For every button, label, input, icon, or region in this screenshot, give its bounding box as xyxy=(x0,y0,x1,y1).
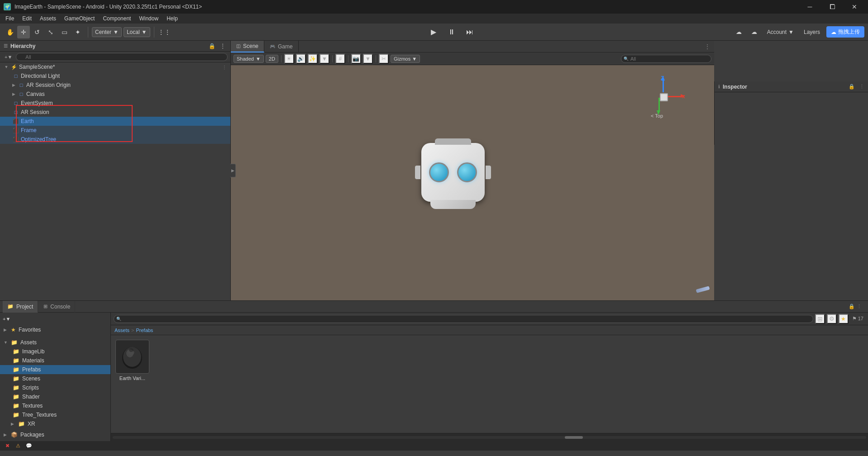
minimize-button[interactable]: ─ xyxy=(800,0,820,14)
tab-project[interactable]: 📁 Project xyxy=(3,301,38,313)
project-add-button[interactable]: +▼ xyxy=(0,314,110,323)
services-button[interactable]: ☁ xyxy=(748,26,761,38)
center-dropdown[interactable]: Center ▼ xyxy=(92,27,122,37)
project-sidebar-prefabs[interactable]: 📁 Prefabs xyxy=(0,365,110,374)
project-filter-button[interactable]: ⚙ xyxy=(827,314,837,324)
project-sidebar-tree-textures[interactable]: 📁 Tree_Textures xyxy=(0,410,110,419)
project-sidebar-xr[interactable]: ▶ 📁 XR xyxy=(0,419,110,428)
tab-console[interactable]: ⊞ Console xyxy=(39,301,75,313)
inspector-menu-button[interactable]: ⋮ xyxy=(859,84,864,90)
scene-panel-menu-button[interactable]: ⋮ xyxy=(702,42,712,52)
rect-tool-button[interactable]: ▭ xyxy=(58,26,71,38)
maximize-button[interactable]: ⧠ xyxy=(822,0,842,14)
menu-component[interactable]: Component xyxy=(99,14,134,23)
menu-assets[interactable]: Assets xyxy=(36,14,60,23)
project-assets-root[interactable]: ▼ 📁 Assets xyxy=(0,338,110,347)
rotate-tool-button[interactable]: ↺ xyxy=(31,26,43,38)
project-sidebar-scenes[interactable]: 📁 Scenes xyxy=(0,374,110,383)
scene-lighting-button[interactable]: ☀ xyxy=(284,54,294,64)
hierarchy-lock-button[interactable]: 🔒 xyxy=(208,42,216,50)
pause-button[interactable]: ⏸ xyxy=(444,26,459,38)
hierarchy-item-samplescene[interactable]: ▼ ⚡ SampleScene* ⋮ xyxy=(0,62,230,71)
breadcrumb-prefabs[interactable]: Prefabs xyxy=(136,328,153,333)
project-tab-icon: 📁 xyxy=(7,304,14,309)
project-search-input[interactable] xyxy=(114,315,813,323)
prefab-icon-earth: ⬛ xyxy=(13,118,19,124)
step-button[interactable]: ⏭ xyxy=(463,26,477,38)
breadcrumb-assets[interactable]: Assets xyxy=(114,328,129,333)
project-sidebar-scripts[interactable]: 📁 Scripts xyxy=(0,383,110,392)
hierarchy-item-eventsystem[interactable]: □ EventSystem xyxy=(0,99,230,108)
hierarchy-item-earth[interactable]: ⬛ Earth xyxy=(0,117,230,126)
scale-tool-button[interactable]: ⤡ xyxy=(44,26,57,38)
shading-dropdown[interactable]: Shaded ▼ xyxy=(234,55,264,63)
grid-tool-button[interactable]: ⋮⋮ xyxy=(158,26,171,38)
project-toolbar: 🔍 ⊞ ⚙ ★ ⚑ 17 xyxy=(111,313,868,325)
project-favorites[interactable]: ▶ ★ Favorites xyxy=(0,325,110,334)
scrollbar-thumb[interactable] xyxy=(565,436,583,439)
scene-search-input[interactable] xyxy=(621,55,711,63)
hierarchy-collapse-button[interactable]: ▶ xyxy=(230,164,236,177)
close-button[interactable]: ✕ xyxy=(844,0,864,14)
scene-options-icon[interactable]: ⋮ xyxy=(222,65,227,70)
hierarchy-item-frame[interactable]: ⬛ Frame xyxy=(0,126,230,135)
hierarchy-add-button[interactable]: +▼ xyxy=(3,53,14,61)
menu-edit[interactable]: Edit xyxy=(19,14,35,23)
hierarchy-item-optimizedtree[interactable]: ⬛ OptimizedTree xyxy=(0,135,230,144)
project-sidebar-shader[interactable]: 📁 Shader xyxy=(0,392,110,401)
upload-button[interactable]: ☁ 拖拽上传 xyxy=(826,26,864,38)
project-breadcrumb: Assets > Prefabs xyxy=(111,325,868,335)
scene-audio-button[interactable]: 🔊 xyxy=(296,54,306,64)
scene-cam-dropdown-button[interactable]: ▼ xyxy=(363,54,373,64)
scrollbar-track[interactable] xyxy=(113,436,866,439)
scene-snap-button[interactable]: ✂ xyxy=(379,54,389,64)
tab-scene[interactable]: ◫ Scene xyxy=(231,41,264,52)
play-button[interactable]: ▶ xyxy=(426,26,441,38)
hand-tool-button[interactable]: ✋ xyxy=(4,26,16,38)
project-layout-button[interactable]: ⊞ xyxy=(815,314,825,324)
transform-tool-button[interactable]: ✦ xyxy=(72,26,84,38)
view-mode-dropdown[interactable]: 2D xyxy=(266,55,278,63)
menu-window[interactable]: Window xyxy=(135,14,162,23)
hierarchy-item-ar-session[interactable]: □ AR Session xyxy=(0,108,230,117)
menu-file[interactable]: File xyxy=(2,14,18,23)
hierarchy-item-canvas[interactable]: ▶ □ Canvas xyxy=(0,90,230,99)
hierarchy-label-frame: Frame xyxy=(21,127,37,133)
project-sidebar-packages[interactable]: ▶ 📦 Packages xyxy=(0,430,110,439)
project-sidebar-materials[interactable]: 📁 Materials xyxy=(0,356,110,365)
layers-button[interactable]: Layers xyxy=(800,27,824,37)
bottom-lock-button[interactable]: 🔒 xyxy=(849,304,855,309)
hierarchy-item-directional-light[interactable]: □ Directional Light xyxy=(0,71,230,81)
main-layout: ☰ Hierarchy 🔒 ⋮ +▼ 🔍 ▼ ⚡ SampleScene* ⋮ … xyxy=(0,41,868,300)
hierarchy-menu-button[interactable]: ⋮ xyxy=(219,42,227,50)
tab-game[interactable]: 🎮 Game xyxy=(264,41,299,52)
robot-ear-right xyxy=(486,166,491,179)
scene-grid-button[interactable]: # xyxy=(335,54,345,64)
project-favorite-button[interactable]: ★ xyxy=(839,314,849,324)
scene-viewport[interactable]: Z x < Top xyxy=(231,65,714,300)
gizmos-dropdown[interactable]: Gizmos ▼ xyxy=(391,55,420,63)
robot-eye-left xyxy=(429,162,449,182)
robot-head xyxy=(421,143,485,202)
collab-button[interactable]: ☁ xyxy=(733,26,745,38)
bottom-menu-button[interactable]: ⋮ xyxy=(857,304,862,309)
menu-help[interactable]: Help xyxy=(163,14,181,23)
scene-cam-button[interactable]: 📷 xyxy=(351,54,361,64)
asset-earth-vari[interactable]: Earth Vari... xyxy=(115,340,149,381)
local-dropdown[interactable]: Local ▼ xyxy=(124,27,150,37)
project-sidebar-imagelib[interactable]: 📁 ImageLib xyxy=(0,347,110,356)
hierarchy-label-canvas: Canvas xyxy=(26,91,45,97)
account-button[interactable]: Account ▼ xyxy=(763,27,797,37)
hierarchy-item-ar-session-origin[interactable]: ▶ □ AR Session Origin xyxy=(0,81,230,90)
inspector-header-icon: ℹ xyxy=(718,84,720,89)
project-sidebar-textures[interactable]: 📁 Textures xyxy=(0,401,110,410)
scene-gizmo[interactable]: Z x < Top xyxy=(642,74,687,119)
inspector-lock-button[interactable]: 🔒 xyxy=(849,84,855,90)
hierarchy-search-input[interactable] xyxy=(16,53,228,61)
move-tool-button[interactable]: ✛ xyxy=(17,26,30,38)
menu-bar: File Edit Assets GameObject Component Wi… xyxy=(0,14,868,24)
scene-fx-dropdown-button[interactable]: ▼ xyxy=(320,54,329,64)
menu-gameobject[interactable]: GameObject xyxy=(61,14,98,23)
layers-label: Layers xyxy=(804,29,820,35)
scene-fx-button[interactable]: ✨ xyxy=(308,54,318,64)
